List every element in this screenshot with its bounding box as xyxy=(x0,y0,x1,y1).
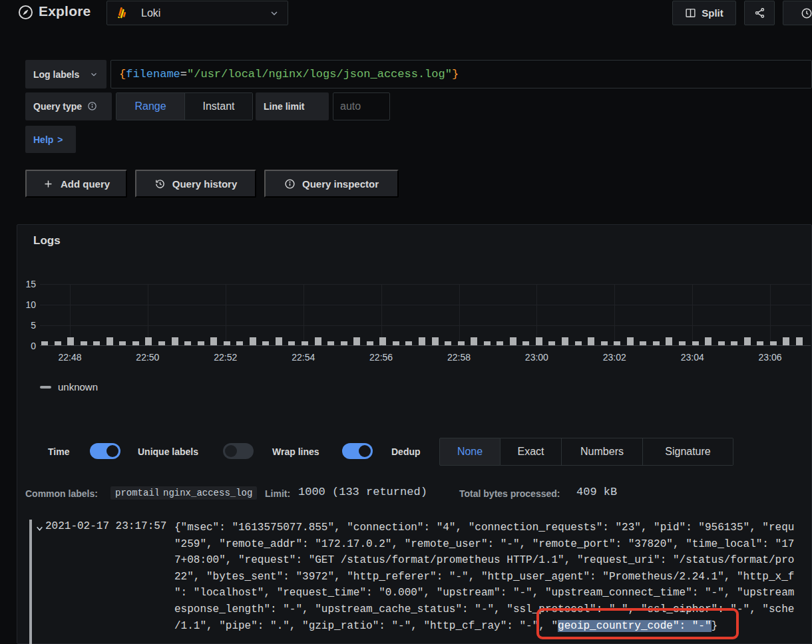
volume-bar xyxy=(548,341,555,345)
log-timestamp: 2021-02-17 23:17:57 xyxy=(45,520,166,532)
volume-bar xyxy=(679,341,686,345)
x-tick-label: 23:02 xyxy=(603,352,626,363)
x-tick-label: 23:00 xyxy=(525,352,548,363)
x-tick-label: 23:04 xyxy=(681,352,704,363)
query-inspector-label: Query inspector xyxy=(302,178,379,190)
dedup-option-signature[interactable]: Signature xyxy=(643,438,733,466)
y-tick-label: 0 xyxy=(12,341,36,351)
wrap-lines-toggle[interactable] xyxy=(342,443,373,459)
log-line: "259", "remote_addr": "172.17.0.2", "rem… xyxy=(174,536,812,553)
legend-swatch xyxy=(40,386,51,389)
query-inspector-button[interactable]: Query inspector xyxy=(264,170,399,198)
x-tick-label: 22:52 xyxy=(214,352,237,363)
split-button[interactable]: Split xyxy=(672,1,736,25)
chevron-right-icon: > xyxy=(57,134,63,145)
log-line: 7+08:00", "request": "GET /status/format… xyxy=(174,552,812,569)
volume-bar xyxy=(497,341,503,345)
volume-bar xyxy=(757,341,763,345)
gridline xyxy=(459,284,460,346)
time-toggle-label: Time xyxy=(48,446,69,457)
line-limit-input[interactable] xyxy=(333,92,390,120)
chart-legend[interactable]: unknown xyxy=(40,381,98,393)
x-tick-label: 22:56 xyxy=(369,352,393,363)
volume-bar xyxy=(250,337,256,345)
query-type-instant[interactable]: Instant xyxy=(184,93,252,120)
info-circle-icon xyxy=(284,178,296,190)
volume-bar xyxy=(783,337,789,345)
split-columns-icon xyxy=(685,7,696,19)
volume-bar xyxy=(158,341,165,345)
dedup-label: Dedup xyxy=(391,446,421,457)
volume-bar xyxy=(405,341,412,345)
volume-bar xyxy=(445,341,451,345)
wrap-lines-toggle-label: Wrap lines xyxy=(272,446,319,457)
dedup-option-none[interactable]: None xyxy=(439,438,501,466)
datasource-name: Loki xyxy=(141,7,160,19)
log-labels-dropdown[interactable]: Log labels xyxy=(25,60,106,88)
help-link[interactable]: Help > xyxy=(25,126,76,153)
volume-bar xyxy=(393,341,399,345)
volume-bar xyxy=(172,337,178,345)
share-button[interactable] xyxy=(744,1,775,25)
volume-bar xyxy=(614,341,620,345)
log-line: ": "localhost", "request_time": "0.000",… xyxy=(174,585,812,601)
query-type-range[interactable]: Range xyxy=(116,93,184,120)
volume-bar xyxy=(744,337,751,345)
volume-bar xyxy=(653,341,660,345)
log-message[interactable]: {"msec": "1613575077.855", "connection":… xyxy=(174,520,812,634)
time-range-button[interactable] xyxy=(783,1,812,25)
volume-bar xyxy=(562,337,568,345)
volume-bar xyxy=(432,337,439,345)
datasource-picker[interactable]: Loki xyxy=(106,1,288,25)
dedup-option-exact[interactable]: Exact xyxy=(501,438,562,466)
volume-bar xyxy=(640,341,646,345)
query-input[interactable]: {filename="/usr/local/nginx/logs/json_ac… xyxy=(110,60,812,88)
explore-compass-icon xyxy=(18,5,33,20)
log-line: {"msec": "1613575077.855", "connection":… xyxy=(174,520,812,536)
add-query-button[interactable]: Add query xyxy=(25,170,127,198)
log-row-expand-chevron-icon[interactable] xyxy=(35,524,44,533)
volume-bar xyxy=(55,341,61,345)
volume-bar xyxy=(796,337,803,345)
volume-bar xyxy=(471,337,477,345)
query-equals: = xyxy=(180,68,187,80)
clock-icon xyxy=(801,7,812,19)
log-level-indicator xyxy=(29,520,32,644)
volume-bar xyxy=(288,341,295,345)
gridline xyxy=(692,284,693,346)
total-bytes-label: Total bytes processed: xyxy=(459,488,560,499)
page-title: Explore xyxy=(39,3,91,19)
volume-bar xyxy=(692,341,699,345)
volume-bar xyxy=(536,337,542,345)
info-icon[interactable] xyxy=(87,101,99,112)
time-toggle[interactable] xyxy=(90,443,120,459)
volume-bar xyxy=(106,337,113,345)
split-label: Split xyxy=(702,7,723,19)
y-tick-label: 5 xyxy=(12,320,36,331)
volume-bar xyxy=(484,341,491,345)
x-tick-label: 23:06 xyxy=(759,352,782,363)
volume-bar xyxy=(575,341,582,345)
volume-bar xyxy=(302,341,308,345)
gridline xyxy=(40,305,811,305)
loki-logo-icon xyxy=(115,6,129,20)
volume-bar xyxy=(627,337,634,345)
chevron-down-icon xyxy=(89,70,99,79)
y-tick-label: 10 xyxy=(12,299,36,310)
volume-bar xyxy=(327,341,334,345)
log-line: /1.1", "pipe": ".", "gzip_ratio": "-", "… xyxy=(174,618,812,635)
x-tick-label: 22:54 xyxy=(292,352,315,363)
share-icon xyxy=(754,7,765,19)
query-history-button[interactable]: Query history xyxy=(135,170,256,198)
volume-bar xyxy=(601,341,608,345)
unique-labels-toggle[interactable] xyxy=(223,443,254,459)
volume-bar xyxy=(705,337,711,345)
volume-bar xyxy=(419,337,425,345)
volume-bar xyxy=(184,341,191,345)
chevron-down-icon xyxy=(269,8,280,19)
toggle-knob xyxy=(359,445,371,457)
query-history-label: Query history xyxy=(172,178,238,190)
volume-bar xyxy=(81,341,87,345)
dedup-option-numbers[interactable]: Numbers xyxy=(562,438,643,466)
volume-bar xyxy=(93,341,100,345)
